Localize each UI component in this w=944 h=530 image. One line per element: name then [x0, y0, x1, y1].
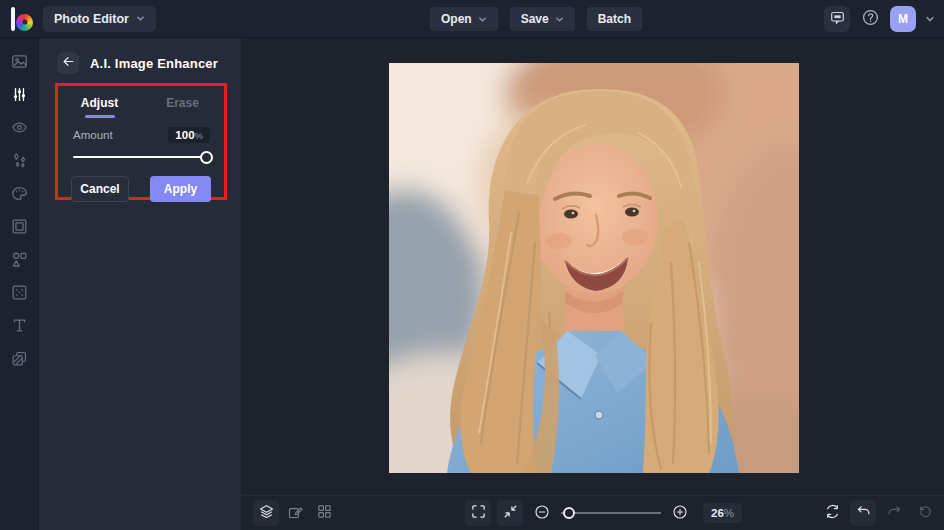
undo-icon — [855, 503, 872, 523]
zoom-slider-track[interactable] — [561, 512, 661, 514]
topbar-right-actions: M — [824, 0, 937, 38]
bottombar-left — [253, 500, 337, 526]
undo-button[interactable] — [850, 500, 876, 526]
amount-label: Amount — [73, 129, 113, 141]
open-label: Open — [441, 12, 472, 26]
amount-slider-track[interactable] — [73, 156, 209, 158]
history-reset-button[interactable] — [912, 500, 938, 526]
amount-slider-handle[interactable] — [200, 151, 213, 164]
apply-button[interactable]: Apply — [150, 176, 211, 202]
logo-color-wheel — [16, 14, 33, 31]
effects-sparkles-icon — [10, 151, 29, 173]
grid-icon — [316, 503, 333, 523]
layers-button[interactable] — [253, 500, 279, 526]
fullscreen-icon — [470, 503, 487, 523]
sidebar-item-effects[interactable] — [7, 150, 31, 174]
chevron-down-icon — [478, 15, 487, 24]
sidebar-item-frames[interactable] — [7, 216, 31, 240]
chat-bubble-icon — [829, 9, 846, 29]
overlays-icon — [10, 283, 29, 305]
batch-label: Batch — [598, 12, 631, 26]
batch-button[interactable]: Batch — [587, 7, 642, 31]
tab-erase[interactable]: Erase — [141, 92, 224, 118]
canvas-edit-icon — [287, 503, 304, 523]
graphics-shapes-icon — [10, 250, 29, 272]
topbar: Photo Editor Open Save Batch — [0, 0, 944, 38]
zoom-out-icon — [533, 503, 551, 524]
sidebar-item-touchup[interactable] — [7, 117, 31, 141]
chevron-down-icon — [136, 14, 145, 23]
sidebar-item-artsy[interactable] — [7, 183, 31, 207]
question-circle-icon — [861, 8, 880, 30]
save-label: Save — [521, 12, 549, 26]
topbar-center-actions: Open Save Batch — [430, 0, 642, 38]
textures-icon — [10, 349, 29, 371]
save-button[interactable]: Save — [510, 7, 575, 31]
zoom-value: 26 — [711, 507, 724, 519]
open-button[interactable]: Open — [430, 7, 498, 31]
zoom-unit: % — [724, 507, 734, 519]
redo-button[interactable] — [881, 500, 907, 526]
collapse-arrows-icon — [502, 503, 519, 523]
befunky-logo[interactable] — [11, 7, 33, 31]
app-menu-button[interactable]: Photo Editor — [43, 6, 156, 32]
text-icon — [10, 316, 29, 338]
zoom-slider-handle[interactable] — [563, 507, 575, 519]
sidebar-item-overlays[interactable] — [7, 282, 31, 306]
chevron-down-icon — [555, 15, 564, 24]
portrait-photo[interactable] — [389, 63, 799, 473]
feedback-button[interactable] — [824, 6, 850, 32]
photo-editor-app: Photo Editor Open Save Batch — [0, 0, 944, 530]
bottombar-right — [819, 500, 938, 526]
avatar-initial: M — [898, 12, 908, 26]
app-menu-label: Photo Editor — [54, 12, 129, 26]
adjust-sliders-icon — [10, 85, 29, 107]
logo-stem — [11, 7, 15, 31]
tab-erase-label: Erase — [166, 96, 199, 110]
bottombar-center: 26% — [465, 500, 742, 526]
reset-image-button[interactable] — [819, 500, 845, 526]
annotation-red-box: Adjust Erase Amount 100% Cancel Apply — [55, 83, 227, 200]
touchup-eye-icon — [10, 118, 29, 140]
amount-unit: % — [195, 130, 203, 141]
rotate-ccw-clock-icon — [917, 503, 934, 523]
zoom-in-button[interactable] — [667, 500, 693, 526]
tab-underline — [168, 115, 198, 118]
artsy-palette-icon — [10, 184, 29, 206]
sync-arrows-icon — [824, 503, 841, 523]
image-edit-icon — [10, 52, 29, 74]
sidebar-item-text[interactable] — [7, 315, 31, 339]
zoom-slider[interactable] — [561, 505, 661, 521]
fit-screen-button[interactable] — [465, 500, 491, 526]
arrow-left-icon — [62, 55, 75, 71]
zoom-percent-field[interactable]: 26% — [703, 503, 742, 523]
amount-row: Amount 100% — [73, 127, 210, 143]
cancel-button[interactable]: Cancel — [71, 176, 129, 202]
fit-image-button[interactable] — [497, 500, 523, 526]
canvas-bottombar: 26% — [241, 495, 944, 530]
zoom-in-icon — [671, 503, 689, 524]
active-tab-underline — [85, 115, 115, 118]
amount-value-field[interactable]: 100% — [168, 127, 210, 143]
redo-icon — [886, 503, 903, 523]
sidebar-item-edit[interactable] — [7, 51, 31, 75]
editor-canvas: 26% — [241, 38, 944, 530]
zoom-out-button[interactable] — [529, 500, 555, 526]
frames-icon — [10, 217, 29, 239]
grid-view-button[interactable] — [311, 500, 337, 526]
sidebar-item-adjust[interactable] — [7, 84, 31, 108]
tab-adjust[interactable]: Adjust — [58, 92, 141, 118]
portrait-illustration — [389, 63, 799, 473]
help-button[interactable] — [857, 6, 883, 32]
canvas-edit-button[interactable] — [282, 500, 308, 526]
chevron-down-icon — [925, 14, 935, 24]
account-menu-chevron[interactable] — [923, 6, 937, 32]
sidebar-item-graphics[interactable] — [7, 249, 31, 273]
amount-slider[interactable] — [73, 150, 209, 165]
user-avatar[interactable]: M — [890, 6, 916, 32]
layers-icon — [258, 503, 275, 523]
sidebar-item-textures[interactable] — [7, 348, 31, 372]
panel-buttons: Cancel Apply — [71, 176, 211, 202]
back-button[interactable] — [57, 52, 79, 74]
tab-bar: Adjust Erase — [58, 92, 224, 118]
